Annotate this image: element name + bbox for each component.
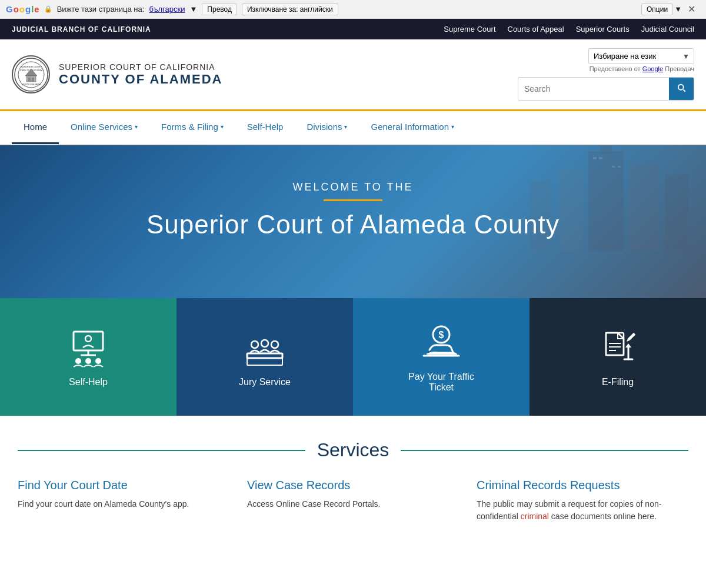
criminal-link[interactable]: criminal: [521, 512, 549, 521]
jury-service-icon: [244, 327, 285, 368]
svg-rect-15: [599, 157, 602, 159]
home-nav[interactable]: Home: [12, 111, 59, 144]
branch-title: JUDICIAL BRANCH OF CALIFORNIA: [12, 25, 151, 34]
traffic-ticket-tile[interactable]: $ Pay Your TrafficTicket: [353, 298, 530, 416]
svg-rect-25: [247, 353, 282, 358]
exclude-button[interactable]: Изключване за: английски: [242, 4, 338, 15]
self-help-tile-label: Self-Help: [69, 377, 108, 387]
general-info-chevron-icon: ▾: [451, 123, 454, 130]
hero-banner: WELCOME TO THE Superior Court of Alameda…: [0, 145, 706, 298]
svg-rect-16: [612, 166, 615, 168]
superior-courts-link[interactable]: Superior Courts: [576, 25, 630, 34]
hero-title: Superior Court of Alameda County: [146, 210, 560, 239]
language-selector-container: Избиране на език ▼ Предоставено от Googl…: [588, 48, 694, 72]
language-link[interactable]: български: [149, 5, 185, 14]
online-services-chevron-icon: ▾: [135, 123, 138, 130]
top-nav-links: Supreme Court Courts of Appeal Superior …: [444, 25, 694, 34]
e-filing-tile-label: E-Filing: [602, 377, 634, 387]
quick-tiles: Self-Help Jury Service $: [0, 298, 706, 416]
translate-button[interactable]: Превод: [202, 4, 237, 15]
criminal-records-body: The public may submit a request for copi…: [477, 498, 688, 523]
services-line-right: [401, 450, 688, 451]
lang-select-wrapper: Избиране на език ▼: [588, 48, 694, 64]
svg-rect-5: [28, 78, 31, 82]
svg-rect-12: [559, 169, 582, 251]
court-subtitle: SUPERIOR COURT OF CALIFORNIA: [59, 62, 222, 72]
services-line-left: [18, 450, 305, 451]
svg-point-27: [251, 341, 258, 348]
view-page-text: Вижте тази страница на:: [57, 5, 145, 14]
svg-point-24: [95, 358, 101, 364]
svg-rect-26: [247, 358, 282, 365]
supreme-court-link[interactable]: Supreme Court: [444, 25, 495, 34]
search-icon: [676, 82, 687, 93]
find-court-date-card: Find Your Court Date Find your court dat…: [18, 479, 229, 523]
main-nav: Home Online Services ▾ Forms & Filing ▾ …: [0, 111, 706, 145]
traffic-ticket-icon: $: [421, 322, 462, 363]
options-arrow: ▼: [674, 5, 682, 14]
svg-text:SUPERIOR COURT: SUPERIOR COURT: [20, 65, 42, 68]
general-info-nav[interactable]: General Information ▾: [359, 111, 466, 144]
self-help-icon: [68, 327, 109, 368]
divisions-chevron-icon: ▾: [344, 123, 347, 130]
svg-point-23: [85, 358, 91, 364]
close-translate-bar-button[interactable]: ✕: [683, 2, 700, 16]
top-nav: JUDICIAL BRANCH OF CALIFORNIA Supreme Co…: [0, 19, 706, 39]
view-case-records-body: Access Online Case Record Portals.: [247, 498, 459, 510]
find-court-date-body: Find your court date on Alameda County's…: [18, 498, 229, 510]
svg-text:COUNTY OF ALAMEDA: COUNTY OF ALAMEDA: [21, 83, 41, 86]
find-court-date-title[interactable]: Find Your Court Date: [18, 479, 229, 492]
services-header: Services: [18, 439, 688, 461]
forms-filing-nav[interactable]: Forms & Filing ▾: [149, 111, 235, 144]
jury-service-tile-label: Jury Service: [239, 377, 291, 387]
courts-of-appeal-link[interactable]: Courts of Appeal: [508, 25, 564, 34]
search-input[interactable]: [518, 79, 669, 98]
google-translate-link[interactable]: Google: [642, 65, 663, 72]
e-filing-tile[interactable]: E-Filing: [530, 298, 706, 416]
header-left: SUPERIOR COURT STATE OF CALIFORNIA COUNT…: [12, 55, 222, 93]
hero-welcome-text: WELCOME TO THE: [146, 181, 560, 193]
judicial-council-link[interactable]: Judicial Council: [641, 25, 694, 34]
criminal-records-title[interactable]: Criminal Records Requests: [477, 479, 688, 492]
services-section: Services Find Your Court Date Find your …: [0, 416, 706, 540]
header-right: Избиране на език ▼ Предоставено от Googl…: [518, 48, 694, 101]
svg-rect-9: [600, 145, 612, 154]
self-help-nav[interactable]: Self-Help: [235, 111, 295, 144]
options-wrapper: Опции ▼ ✕: [641, 2, 700, 16]
criminal-records-card: Criminal Records Requests The public may…: [477, 479, 688, 523]
services-grid: Find Your Court Date Find your court dat…: [18, 479, 688, 523]
svg-rect-11: [665, 175, 688, 251]
translate-bar: Google 🔒 Вижте тази страница на: българс…: [0, 0, 706, 19]
svg-rect-4: [26, 76, 36, 82]
view-case-records-title[interactable]: View Case Records: [247, 479, 459, 492]
hero-divider: [324, 199, 382, 201]
self-help-tile[interactable]: Self-Help: [0, 298, 176, 416]
traffic-ticket-tile-label: Pay Your TrafficTicket: [408, 372, 474, 393]
search-button[interactable]: [669, 78, 694, 100]
language-select[interactable]: Избиране на език: [588, 48, 694, 64]
court-title-block: SUPERIOR COURT OF CALIFORNIA COUNTY OF A…: [59, 62, 222, 87]
e-filing-icon: [597, 327, 638, 368]
hero-content: WELCOME TO THE Superior Court of Alameda…: [146, 181, 560, 263]
options-button[interactable]: Опции: [641, 4, 673, 15]
online-services-nav[interactable]: Online Services ▾: [59, 111, 149, 144]
google-translate-credit: Предоставено от Google Преводач: [590, 65, 694, 72]
svg-point-21: [85, 336, 91, 342]
court-seal: SUPERIOR COURT STATE OF CALIFORNIA COUNT…: [12, 55, 50, 93]
svg-text:$: $: [439, 330, 444, 340]
svg-point-29: [271, 341, 278, 348]
court-title: COUNTY OF ALAMEDA: [59, 72, 222, 87]
svg-point-22: [75, 358, 81, 364]
search-box: [518, 77, 694, 101]
divisions-nav[interactable]: Divisions ▾: [295, 111, 359, 144]
google-logo: Google: [6, 4, 39, 14]
svg-rect-17: [618, 166, 621, 168]
svg-point-28: [261, 340, 268, 347]
lock-icon: 🔒: [44, 5, 52, 13]
forms-filing-chevron-icon: ▾: [221, 123, 224, 130]
header: SUPERIOR COURT STATE OF CALIFORNIA COUNT…: [0, 39, 706, 111]
svg-rect-10: [630, 163, 659, 251]
view-case-records-card: View Case Records Access Online Case Rec…: [247, 479, 459, 523]
svg-rect-6: [32, 78, 34, 82]
jury-service-tile[interactable]: Jury Service: [176, 298, 353, 416]
